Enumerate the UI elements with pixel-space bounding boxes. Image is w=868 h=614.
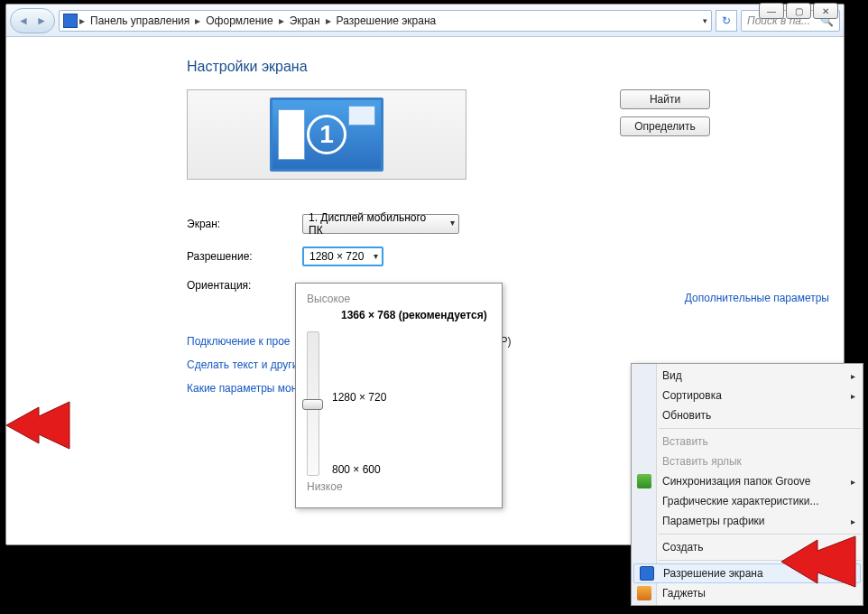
address-bar[interactable]: ▸ Панель управления ▸ Оформление ▸ Экран… [59, 10, 712, 32]
window-controls: — ▢ ✕ [759, 3, 838, 19]
ctx-view[interactable]: Вид [632, 366, 863, 386]
monitor-thumb-right [348, 106, 375, 126]
ctx-graphics-char[interactable]: Графические характеристики... [632, 491, 863, 511]
groove-icon [637, 474, 651, 488]
gadgets-icon [637, 586, 651, 600]
ctx-refresh[interactable]: Обновить [632, 405, 863, 425]
ctx-paste-shortcut: Вставить ярлык [632, 451, 863, 471]
maximize-button[interactable]: ▢ [786, 3, 811, 19]
resolution-slider[interactable] [307, 331, 319, 476]
breadcrumb-l4[interactable]: Разрешение экрана [333, 14, 440, 27]
flyout-low-label: Низкое [307, 480, 491, 493]
back-icon: ◄ [18, 14, 29, 27]
display-preview[interactable]: 1 [187, 89, 466, 180]
nav-back-forward[interactable]: ◄ ► [10, 8, 55, 33]
svg-marker-1 [781, 536, 855, 587]
ctx-paste: Вставить [632, 432, 863, 451]
ctx-groove[interactable]: Синхронизация папок Groove [632, 471, 863, 491]
monitor-number: 1 [307, 115, 346, 154]
page-title: Настройки экрана [187, 59, 844, 75]
display-dropdown[interactable]: 1. Дисплей мобильного ПК [302, 214, 459, 234]
navigation-bar: ◄ ► ▸ Панель управления ▸ Оформление ▸ Э… [6, 5, 844, 37]
control-panel-icon [63, 14, 78, 28]
address-dropdown-icon[interactable]: ▾ [703, 16, 707, 25]
forward-icon: ► [36, 14, 47, 27]
minimize-button[interactable]: — [759, 3, 784, 19]
flyout-low-res: 800 × 600 [332, 463, 386, 476]
find-button[interactable]: Найти [620, 89, 710, 109]
label-resolution: Разрешение: [187, 250, 295, 263]
annotation-arrow-2 [781, 531, 863, 594]
close-button[interactable]: ✕ [813, 3, 838, 19]
label-screen: Экран: [187, 218, 295, 230]
advanced-settings-link[interactable]: Дополнительные параметры [685, 292, 829, 304]
breadcrumb-l3[interactable]: Экран [286, 14, 324, 27]
ctx-sort[interactable]: Сортировка [632, 386, 863, 405]
svg-marker-0 [6, 402, 69, 449]
monitor-thumb-left [278, 109, 305, 160]
flyout-current: 1280 × 720 [332, 391, 386, 404]
breadcrumb-l2[interactable]: Оформление [202, 14, 276, 27]
breadcrumb-root[interactable]: Панель управления [87, 14, 193, 27]
refresh-button[interactable]: ↻ [716, 10, 737, 32]
flyout-recommended: 1366 × 768 (рекомендуется) [341, 309, 491, 321]
label-orientation: Ориентация: [187, 279, 295, 292]
flyout-high-label: Высокое [307, 293, 491, 305]
ctx-graphics-params[interactable]: Параметры графики [632, 511, 863, 531]
resolution-flyout: Высокое 1366 × 768 (рекомендуется) 1280 … [295, 283, 503, 508]
detect-button[interactable]: Определить [620, 116, 710, 136]
slider-thumb[interactable] [302, 399, 323, 410]
resolution-dropdown[interactable]: 1280 × 720 [302, 247, 383, 266]
link-projector[interactable]: Подключение к прое [187, 335, 291, 348]
resolution-icon [640, 566, 654, 581]
